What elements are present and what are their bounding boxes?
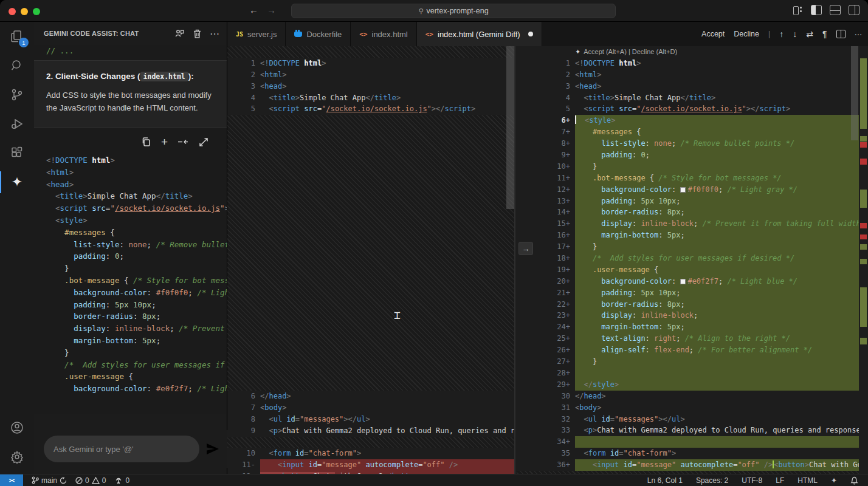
diff-line[interactable]: 15+ display: inline-block; /* Prevent it…: [517, 218, 868, 230]
expand-icon[interactable]: [199, 137, 208, 147]
diff-line[interactable]: 25+ text-align: right; /* Align to the r…: [517, 333, 868, 344]
left-scrollbar-thumb[interactable]: [506, 46, 514, 209]
problems-indicator[interactable]: 0 0: [75, 476, 106, 485]
diff-line[interactable]: 2<html>: [227, 69, 514, 81]
diff-line[interactable]: 32 <ul id="messages"></ul>: [517, 414, 868, 425]
diff-line[interactable]: 35 <form id="chat-form">: [517, 448, 868, 459]
diff-line[interactable]: ✦Accept (Alt+A) | Decline (Alt+D): [517, 46, 868, 58]
send-icon[interactable]: [205, 442, 220, 456]
diff-line[interactable]: 31<body>: [517, 402, 868, 414]
diff-line[interactable]: 28+: [517, 368, 868, 379]
gemini-status-icon[interactable]: ✦: [831, 476, 837, 485]
diff-line[interactable]: 11+ .bot-message { /* Style for bot mess…: [517, 173, 868, 184]
sidebar-item-settings[interactable]: [0, 442, 34, 471]
close-window-button[interactable]: [9, 8, 16, 15]
accept-button[interactable]: Accept: [701, 30, 725, 38]
diff-line[interactable]: 2<html>: [517, 69, 868, 81]
diff-line[interactable]: 33 <p>Chat with Gemma2 deployed to Cloud…: [517, 425, 868, 436]
feedback-icon[interactable]: [174, 29, 185, 39]
diff-line[interactable]: 5 <script src="/socket.io/socket.io.js">…: [517, 103, 868, 115]
diff-line[interactable]: 3<head>: [227, 81, 514, 92]
diff-line[interactable]: 19+ .user-message {: [517, 264, 868, 276]
diff-line[interactable]: 16+ margin-bottom: 5px;: [517, 230, 868, 241]
forward-icon[interactable]: →: [267, 5, 276, 15]
diff-line[interactable]: 7<body>: [227, 402, 514, 414]
encoding[interactable]: UTF-8: [742, 476, 762, 485]
diff-line[interactable]: 6+ <style>: [517, 115, 868, 126]
diff-line[interactable]: 30</head>: [517, 391, 868, 402]
diff-line[interactable]: 9 <p>Chat with Gemma2 deployed to Cloud …: [227, 425, 514, 437]
diff-line[interactable]: 1<!DOCTYPE html>: [227, 58, 514, 69]
more-actions-icon[interactable]: ⋯: [210, 28, 219, 39]
diff-line[interactable]: 10 <form id="chat-form">: [227, 448, 514, 459]
trash-icon[interactable]: [193, 29, 202, 39]
render-whitespace-icon[interactable]: ¶: [822, 29, 827, 39]
diff-line[interactable]: 12+ background-color: #f0f0f0; /* Light …: [517, 184, 868, 196]
minimize-window-button[interactable]: [21, 8, 28, 15]
diff-line[interactable]: 20+ background-color: #e0f2f7; /* Light …: [517, 276, 868, 287]
diff-line[interactable]: 13+ padding: 5px 10px;: [517, 196, 868, 207]
diff-line[interactable]: 8 <ul id="messages"></ul>: [227, 414, 514, 425]
next-change-icon[interactable]: ↓: [793, 29, 797, 39]
sidebar-item-source-control[interactable]: [0, 80, 34, 109]
branch-indicator[interactable]: main: [32, 476, 67, 485]
sidebar-item-explorer[interactable]: 1: [0, 22, 34, 51]
more-editor-actions-icon[interactable]: ⋯: [855, 30, 863, 39]
diff-line[interactable]: 8+ list-style: none; /* Remove bullet po…: [517, 138, 868, 149]
swap-sides-icon[interactable]: ⇄: [806, 29, 813, 39]
insert-at-cursor-icon[interactable]: [177, 137, 189, 146]
previous-change-icon[interactable]: ↑: [779, 29, 784, 39]
gemini-chat-input[interactable]: [44, 436, 199, 462]
diff-line[interactable]: 27+ }: [517, 356, 868, 368]
eol[interactable]: LF: [776, 476, 784, 485]
diff-line[interactable]: 5 <script src="/socket.io/socket.io.js">…: [227, 103, 514, 115]
diff-line[interactable]: 22+ border-radius: 8px;: [517, 299, 868, 310]
diff-line[interactable]: 29+ </style>: [517, 379, 868, 391]
remote-indicator[interactable]: ><: [0, 474, 23, 486]
tab-dockerfile[interactable]: Dockerfile: [286, 22, 351, 46]
command-center-search[interactable]: ⚲ vertex-prompt-eng: [291, 4, 616, 18]
diff-line[interactable]: 34+: [517, 436, 868, 448]
sidebar-item-run-debug[interactable]: [0, 109, 34, 139]
diff-line[interactable]: 23+ display: inline-block;: [517, 310, 868, 321]
diff-line[interactable]: 11- <input id="message" autocomplete="of…: [227, 459, 514, 471]
diff-line[interactable]: 36+ <input id="message" autocomplete="of…: [517, 459, 868, 471]
diff-revert-arrow-button[interactable]: →: [518, 242, 533, 255]
diff-line[interactable]: 14+ border-radius: 8px;: [517, 207, 868, 218]
codelens-accept-decline[interactable]: ✦Accept (Alt+A) | Decline (Alt+D): [575, 46, 868, 58]
copy-icon[interactable]: [141, 137, 151, 147]
sidebar-item-accounts[interactable]: [0, 413, 34, 442]
back-icon[interactable]: ←: [249, 5, 258, 15]
diff-line[interactable]: 7+ #messages {: [517, 126, 868, 138]
sidebar-item-search[interactable]: [0, 51, 34, 80]
diff-line[interactable]: 18+ /* Add styles for user messages if d…: [517, 253, 868, 264]
toggle-primary-sidebar-icon[interactable]: [811, 5, 822, 15]
split-editor-icon[interactable]: [836, 30, 846, 38]
customize-layout-icon[interactable]: [792, 5, 803, 15]
diff-line[interactable]: 4 <title>Simple Chat App</title>: [227, 92, 514, 104]
diff-line[interactable]: 6</head>: [227, 391, 514, 402]
decline-button[interactable]: Decline: [734, 30, 759, 38]
sidebar-item-gemini[interactable]: ✦: [0, 168, 34, 197]
toggle-panel-icon[interactable]: [830, 5, 841, 15]
diff-line[interactable]: 17+ }: [517, 241, 868, 253]
bell-icon[interactable]: [850, 476, 858, 485]
tab-server-js[interactable]: JSserver.js: [227, 22, 286, 46]
diff-line[interactable]: 1<!DOCTYPE html>: [517, 58, 868, 69]
sidebar-item-extensions[interactable]: [0, 139, 34, 168]
zoom-window-button[interactable]: [33, 8, 40, 15]
right-scrollbar-thumb[interactable]: [851, 46, 858, 140]
tab-index-html-gemini-diff-[interactable]: <>index.html (Gemini Diff): [417, 22, 542, 46]
language-mode[interactable]: HTML: [797, 476, 818, 485]
diff-line[interactable]: 26+ align-self: flex-end; /* For better …: [517, 344, 868, 356]
cursor-position[interactable]: Ln 6, Col 1: [647, 476, 683, 485]
toggle-secondary-sidebar-icon[interactable]: [849, 5, 859, 15]
diff-line[interactable]: 10+ }: [517, 161, 868, 173]
diff-line[interactable]: 9+ padding: 0;: [517, 149, 868, 161]
indentation[interactable]: Spaces: 2: [696, 476, 728, 485]
diff-line[interactable]: 24+ margin-bottom: 5px;: [517, 321, 868, 333]
diff-line[interactable]: 3<head>: [517, 81, 868, 92]
insert-new-file-icon[interactable]: +: [161, 138, 168, 146]
tab-index-html[interactable]: <>index.html: [351, 22, 417, 46]
diff-line[interactable]: 4 <title>Simple Chat App</title>: [517, 92, 868, 104]
